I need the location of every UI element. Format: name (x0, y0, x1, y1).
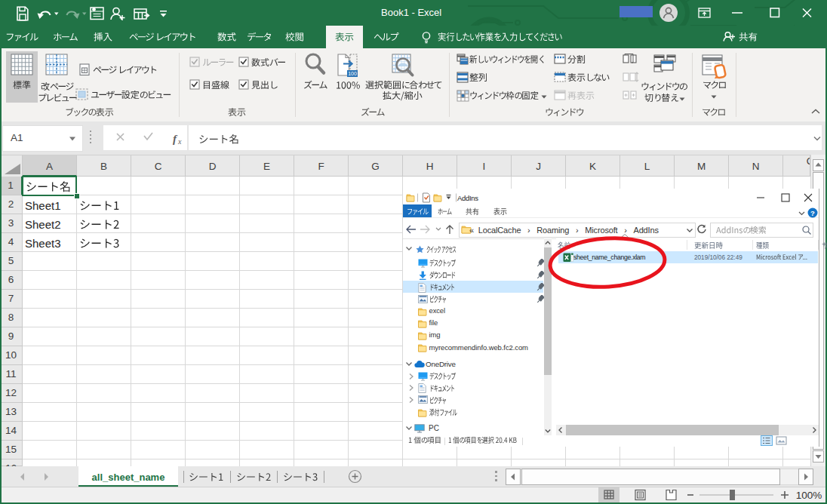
svg-text:100: 100 (348, 71, 357, 76)
svg-text:?: ? (810, 209, 815, 217)
svg-text:f: f (173, 133, 178, 145)
svg-text:x: x (177, 137, 182, 146)
